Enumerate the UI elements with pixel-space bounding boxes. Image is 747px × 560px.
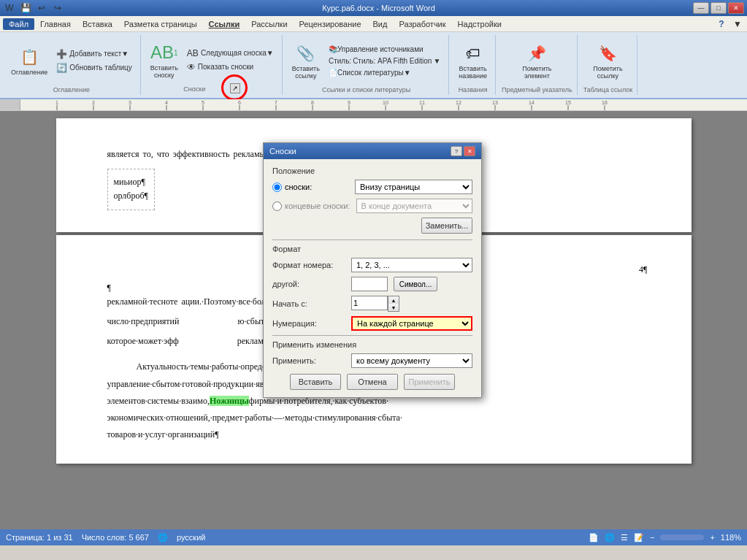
menu-insert[interactable]: Вставка bbox=[77, 18, 118, 30]
dialog-help-btn[interactable]: ? bbox=[451, 146, 462, 156]
ribbon-group-toc: 📋 Оглавление ➕ Добавить текст ▼ 🔄 Обнови… bbox=[3, 35, 141, 95]
dialog-close-btn[interactable]: ✕ bbox=[464, 146, 475, 156]
footnotes-vertical-btns: AB Следующая сноска ▼ 👁 Показать сноски bbox=[183, 47, 277, 74]
show-notes-icon: 👁 bbox=[187, 62, 196, 72]
mark-citation-icon: 🔖 bbox=[596, 42, 619, 65]
dialog-cancel-btn[interactable]: Отмена bbox=[347, 374, 398, 390]
menu-view[interactable]: Вид bbox=[367, 18, 394, 30]
dialog-content: Положение сноски: Внизу страницы концевы… bbox=[264, 159, 481, 397]
update-table-label: Обновить таблицу bbox=[69, 64, 132, 72]
view-draft-icon[interactable]: 📝 bbox=[634, 533, 644, 542]
ruler: 1 2 3 4 5 6 7 8 9 10 11 12 13 1 bbox=[0, 99, 747, 111]
footnotes-dialog[interactable]: Сноски ? ✕ Положение сноски: Внизу стран… bbox=[263, 142, 482, 398]
mark-citation-btn[interactable]: 🔖 Пометитьссылку bbox=[589, 39, 626, 82]
dialog-footnotes-radio-label: сноски: bbox=[285, 183, 312, 191]
update-table-btn[interactable]: 🔄 Обновить таблицу bbox=[53, 61, 136, 74]
zoom-out-btn[interactable]: − bbox=[650, 533, 654, 542]
ruler-marks: 1 2 3 4 5 6 7 8 9 10 11 12 13 1 bbox=[20, 99, 747, 110]
zoom-level: 118% bbox=[721, 533, 741, 542]
show-notes-btn[interactable]: 👁 Показать сноски bbox=[183, 61, 277, 74]
menu-home[interactable]: Главная bbox=[34, 18, 77, 30]
status-right: 📄 🌐 ☰ 📝 − + 118% bbox=[589, 533, 741, 542]
manage-sources-icon: 📚 bbox=[329, 45, 337, 53]
close-btn[interactable]: ✕ bbox=[728, 2, 744, 14]
dialog-endnotes-position-select[interactable]: В конце документа bbox=[356, 199, 472, 213]
view-outline-icon[interactable]: ☰ bbox=[621, 533, 628, 542]
add-text-btn[interactable]: ➕ Добавить текст ▼ bbox=[53, 47, 136, 61]
insert-endnote-btn[interactable]: AB Следующая сноска ▼ bbox=[183, 47, 277, 60]
spin-up-btn[interactable]: ▲ bbox=[388, 296, 399, 304]
menu-mailings[interactable]: Рассылки bbox=[245, 18, 293, 30]
style-dropdown-btn[interactable]: Стиль: Стиль: APA Fifth Edition ▼ bbox=[325, 55, 444, 66]
menu-review[interactable]: Рецензирование bbox=[294, 18, 367, 30]
page1-word2: орлброб¶ bbox=[114, 189, 148, 203]
mark-entry-label: Пометитьэлемент bbox=[522, 65, 551, 80]
menu-references[interactable]: Ссылки bbox=[203, 18, 246, 30]
spin-down-btn[interactable]: ▼ bbox=[388, 304, 399, 311]
minimize-btn[interactable]: — bbox=[693, 2, 709, 14]
dialog-divider-1 bbox=[272, 239, 472, 240]
insert-caption-btn[interactable]: 🏷 Вставитьназвание bbox=[455, 39, 491, 82]
dialog-custom-input[interactable] bbox=[351, 277, 388, 291]
citations-table-group-label: Таблица ссылок bbox=[583, 86, 633, 93]
save-btn[interactable]: 💾 bbox=[19, 1, 32, 15]
citations-group-label: Ссылки и списки литературы bbox=[322, 86, 410, 93]
ribbon-group-footnotes: AB1 Вставитьсноску AB Следующая сноска ▼… bbox=[142, 35, 283, 95]
mark-entry-btn[interactable]: 📌 Пометитьэлемент bbox=[518, 39, 555, 82]
insert-footnote-btn[interactable]: AB1 Вставитьсноску bbox=[147, 39, 182, 81]
view-normal-icon[interactable]: 📄 bbox=[589, 533, 599, 542]
maximize-btn[interactable]: □ bbox=[710, 2, 727, 14]
dialog-replace-btn[interactable]: Заменить... bbox=[421, 218, 472, 234]
svg-text:3: 3 bbox=[129, 100, 131, 105]
insert-footnote-icon: AB1 bbox=[153, 41, 176, 64]
bibliography-btn[interactable]: 📄 Список литературы ▼ bbox=[325, 67, 444, 78]
ribbon-group-citations: 📎 Вставитьссылку 📚 Управление источникам… bbox=[284, 35, 450, 95]
ribbon-group-captions: 🏷 Вставитьназвание Названия bbox=[451, 35, 496, 95]
dialog-symbol-btn[interactable]: Символ... bbox=[394, 277, 437, 291]
dialog-apply-changes-label: Применить изменения bbox=[272, 340, 472, 349]
status-page: Страница: 1 из 31 bbox=[6, 533, 73, 542]
dialog-format-num-select[interactable]: 1, 2, 3, ... bbox=[351, 258, 472, 272]
dialog-title-bar: Сноски ? ✕ bbox=[264, 143, 481, 159]
title-bar: W 💾 ↩ ↪ Курс.ра6.docx - Microsoft Word —… bbox=[0, 0, 747, 16]
view-web-icon[interactable]: 🌐 bbox=[605, 533, 615, 542]
svg-text:14: 14 bbox=[529, 100, 535, 105]
undo-btn[interactable]: ↩ bbox=[35, 1, 48, 15]
update-table-icon: 🔄 bbox=[56, 63, 67, 73]
dialog-format-num-label: Формат номера: bbox=[272, 261, 345, 269]
footnotes-dialog-launcher[interactable]: ↗ bbox=[230, 83, 240, 93]
dialog-format-num-row: Формат номера: 1, 2, 3, ... bbox=[272, 258, 472, 272]
help-btn[interactable]: ? bbox=[715, 18, 728, 31]
dialog-position-label: Положение bbox=[272, 166, 472, 175]
insert-caption-label: Вставитьназвание bbox=[459, 65, 487, 80]
dialog-numbering-select[interactable]: На каждой странице bbox=[351, 316, 472, 331]
svg-text:1: 1 bbox=[55, 100, 58, 105]
manage-sources-btn[interactable]: 📚 Управление источниками bbox=[325, 44, 444, 55]
dialog-start-input[interactable]: 1 bbox=[351, 296, 388, 310]
toc-button[interactable]: 📋 Оглавление bbox=[7, 43, 51, 78]
zoom-in-btn[interactable]: + bbox=[710, 533, 714, 542]
dialog-endnotes-radio[interactable] bbox=[272, 202, 282, 211]
dialog-apply-row: Применить: ко всему документу bbox=[272, 353, 472, 368]
insert-endnote-icon: AB bbox=[187, 48, 199, 58]
zoom-slider[interactable] bbox=[660, 534, 704, 540]
dialog-footnotes-radio[interactable] bbox=[272, 183, 282, 192]
dialog-insert-btn[interactable]: Вставить bbox=[290, 374, 341, 390]
menu-addins[interactable]: Надстройки bbox=[452, 18, 507, 30]
menu-page-layout[interactable]: Разметка страницы bbox=[118, 18, 203, 30]
next-footnote-arrow: ▼ bbox=[267, 49, 274, 57]
menu-file[interactable]: Файл bbox=[3, 18, 34, 30]
ribbon-collapse-btn[interactable]: ▼ bbox=[731, 18, 744, 31]
redo-btn[interactable]: ↪ bbox=[51, 1, 64, 15]
window-controls: — □ ✕ bbox=[693, 2, 744, 14]
bibliography-icon: 📄 bbox=[329, 69, 337, 77]
insert-citation-btn[interactable]: 📎 Вставитьссылку bbox=[288, 39, 323, 82]
toc-group-label: Оглавление bbox=[53, 86, 90, 93]
dialog-apply-select[interactable]: ко всему документу bbox=[351, 353, 472, 368]
dialog-apply-label: Применить: bbox=[272, 356, 345, 365]
page2-para-economic: экономических·отношений,·предмет·работы·… bbox=[107, 411, 648, 425]
dialog-apply-btn[interactable]: Применить bbox=[404, 374, 455, 390]
menu-developer[interactable]: Разработчик bbox=[393, 18, 451, 30]
dialog-footnotes-position-select[interactable]: Внизу страницы bbox=[355, 180, 472, 194]
dialog-endnotes-label: концевые сноски: bbox=[272, 202, 350, 211]
